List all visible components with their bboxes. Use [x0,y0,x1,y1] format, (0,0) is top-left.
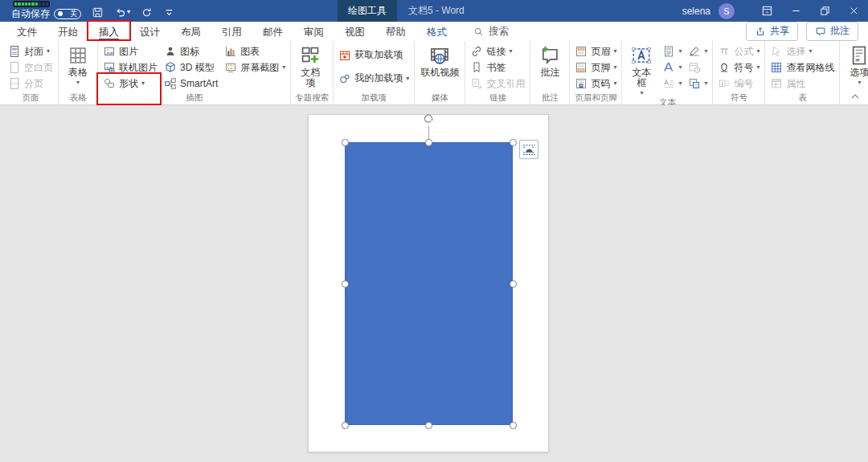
ribbon-display-options-icon [761,5,773,17]
share-button[interactable]: 共享 [746,22,798,41]
rectangle-shape[interactable] [345,142,513,425]
ribbon-group-label-table-tools: 表 [768,92,837,104]
icons-button[interactable]: 图标 [162,43,220,59]
dropdown-caret-icon: ▾ [127,9,130,15]
view-gridlines-button[interactable]: 查看网格线 [768,59,837,76]
search-box[interactable]: 搜索 [473,22,509,41]
ribbon-group-label-pages: 页面 [6,92,55,104]
screenshot-icon [224,61,237,74]
online-video-button[interactable]: 联机视频 [417,43,462,78]
chart-button[interactable]: 图表 [222,43,288,59]
signature-line-button[interactable]: ▾ [686,43,710,59]
autosave-switch[interactable]: 关 [54,9,81,19]
quick-parts-button[interactable]: ▾ [660,43,684,59]
cover-page-button[interactable]: 封面▾ [6,43,55,59]
cross-reference-button[interactable]: 交叉引用 [468,76,527,92]
smartart-button[interactable]: SmartArt [162,76,220,92]
drop-cap-button[interactable]: ▾ [660,76,684,92]
footer-button[interactable]: 页脚▾ [572,59,619,76]
icons-icon [164,45,177,58]
undo-icon [114,6,126,18]
options-icon [849,45,868,66]
quick-parts-icon [662,45,675,58]
restore-button[interactable] [810,0,839,22]
dropdown-caret-icon: ▾ [640,90,643,96]
resize-handle-bottom-center[interactable] [425,422,432,429]
properties-icon [770,77,783,90]
new-comment-button[interactable]: 批注 [533,43,567,78]
properties-button[interactable]: 属性 [768,76,837,92]
ribbon-group-links: 链接▾书签交叉引用链接 [465,41,530,104]
page-number-icon [575,77,588,90]
close-button[interactable] [839,0,868,22]
comments-button[interactable]: 批注 [806,22,858,41]
resize-handle-middle-right[interactable] [510,280,517,288]
customize-quick-access-button[interactable] [163,6,175,18]
tab-home[interactable]: 开始 [47,22,88,41]
ribbon-column: 图标3D 模型SmartArt [162,43,220,92]
tab-view[interactable]: 视图 [334,22,375,41]
screenshot-button[interactable]: 屏幕截图▾ [222,59,288,76]
resize-handle-top-right[interactable] [510,139,517,146]
tab-help[interactable]: 帮助 [375,22,416,41]
layout-options-button[interactable] [519,140,538,159]
minimize-button[interactable] [781,0,810,22]
ribbon-group-table-tools: 选择▾查看网格线属性表 [765,41,840,104]
collapse-ribbon-button[interactable] [850,92,860,100]
resize-handle-bottom-right[interactable] [510,422,517,429]
tab-references[interactable]: 引用 [211,22,252,41]
text-box-label: 文本框 [628,67,655,88]
pictures-button[interactable]: 图片 [100,43,160,59]
tab-mailings[interactable]: 邮件 [252,22,293,41]
resize-handle-top-center[interactable] [425,139,432,146]
select-button[interactable]: 选择▾ [768,43,837,59]
save-button[interactable] [92,6,104,18]
number-button[interactable]: 编号 [715,76,762,92]
resize-handle-middle-left[interactable] [342,280,349,288]
page-number-button[interactable]: 页码▾ [572,76,619,92]
document-item-button[interactable]: 文档项 [293,43,327,88]
rotation-handle-icon[interactable] [422,112,435,125]
user-name: selena [682,6,710,17]
tab-review[interactable]: 审阅 [293,22,334,41]
redo-button[interactable] [141,6,153,18]
autosave-toggle[interactable]: 自动保存 关 [11,7,81,21]
3d-models-button[interactable]: 3D 模型 [162,59,220,76]
resize-handle-top-left[interactable] [342,139,349,146]
tab-insert[interactable]: 插入 [88,22,129,41]
bookmark-button[interactable]: 书签 [468,59,527,76]
date-time-button[interactable] [686,59,710,76]
header-button[interactable]: 页眉▾ [572,43,619,59]
online-pictures-button[interactable]: 联机图片 [100,59,160,76]
drawing-tools-context-tab[interactable]: 绘图工具 [338,0,397,22]
symbol-button[interactable]: 符号▾ [715,59,762,76]
document-page[interactable] [308,114,549,452]
tab-format[interactable]: 格式 [416,22,457,41]
shapes-button[interactable]: 形状▾ [100,76,160,92]
my-add-ins-label: 我的加载项 [354,72,403,85]
ribbon-display-options-button[interactable] [752,0,781,22]
tab-file[interactable]: 文件 [6,22,47,41]
my-add-ins-button[interactable]: 我的加载项▾ [336,71,411,87]
avatar[interactable]: S [719,3,735,19]
tab-layout[interactable]: 布局 [170,22,211,41]
options-button[interactable]: 选项▾ [842,43,868,86]
ribbon-group-label-header-footer: 页眉和页脚 [572,92,619,104]
comments-icon [815,26,826,37]
page-break-button[interactable]: 分页 [6,76,55,92]
blank-page-button[interactable]: 空白页 [6,59,55,76]
link-button[interactable]: 链接▾ [468,43,527,59]
resize-handle-bottom-left[interactable] [342,422,349,429]
wordart-button[interactable]: ▾ [660,59,684,76]
tab-design[interactable]: 设计 [129,22,170,41]
text-box-button[interactable]: 文本框▾ [624,43,658,96]
table-button[interactable]: 表格▾ [61,43,95,86]
get-add-ins-button[interactable]: 获取加载项 [336,47,411,63]
object-button[interactable]: ▾ [686,76,710,92]
quick-access-toolbar: 自动保存 关 ▾ [11,0,175,22]
undo-button[interactable]: ▾ [114,6,130,18]
equation-button[interactable]: 公式▾ [715,43,762,59]
chart-icon [224,45,237,58]
properties-label: 属性 [786,77,805,91]
dropdown-caret-icon: ▾ [678,48,682,55]
